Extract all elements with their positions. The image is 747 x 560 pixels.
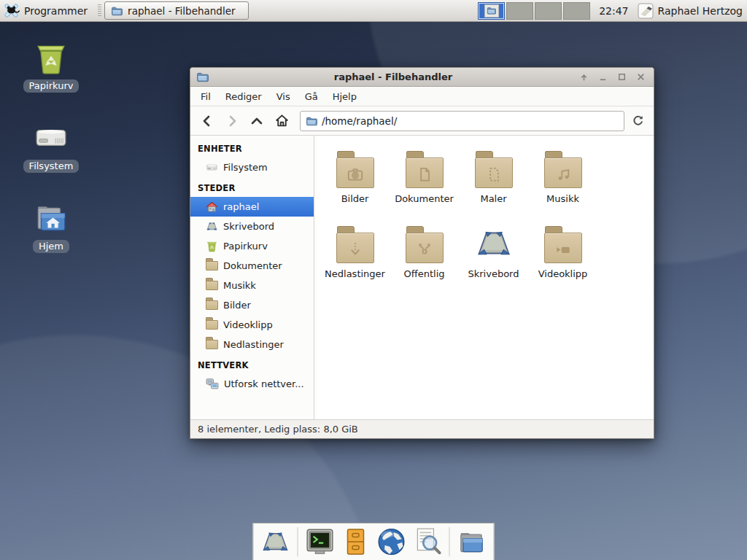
- location-bar[interactable]: [300, 111, 624, 131]
- sidebar-item-nedlastinger[interactable]: Nedlastinger: [190, 335, 314, 354]
- applications-menu-button[interactable]: Programmer: [0, 0, 95, 21]
- sidebar-item-label: Dokumenter: [223, 260, 282, 271]
- sidebar-item-skrivebord[interactable]: Skrivebord: [190, 217, 314, 236]
- sidebar-item-label: Videoklipp: [223, 319, 273, 330]
- window-title: raphael - Filbehandler: [209, 71, 578, 82]
- workspace-4[interactable]: [563, 2, 590, 20]
- titlebar[interactable]: raphael - Filbehandler: [190, 68, 654, 87]
- file-cabinet-launcher[interactable]: [341, 526, 371, 557]
- eraser-icon: [638, 3, 654, 19]
- clock: 22:47: [596, 5, 631, 17]
- file-tile-skrivebord[interactable]: Skrivebord: [459, 218, 528, 293]
- file-tile-nedlastinger[interactable]: Nedlastinger: [320, 218, 390, 293]
- close-button[interactable]: [635, 71, 646, 83]
- window-folder-icon: [111, 5, 123, 17]
- folder-icon: [206, 300, 218, 310]
- sidebar-item-label: Skrivebord: [223, 221, 274, 232]
- back-button[interactable]: [196, 111, 218, 131]
- desktop-icon: [206, 220, 218, 233]
- camera-emblem: [346, 165, 365, 184]
- search-files-launcher[interactable]: [412, 526, 443, 557]
- show-desktop-icon: [260, 526, 291, 558]
- file-tile-videoklipp[interactable]: Videoklipp: [528, 218, 597, 293]
- up-button[interactable]: [246, 111, 268, 131]
- desktop-icon-trash[interactable]: Papirkurv: [15, 39, 88, 93]
- statusbar: 8 ielementer, Ledig plass: 8,0 GiB: [190, 419, 654, 438]
- file-view[interactable]: Bilder Dokumenter: [314, 136, 654, 419]
- path-input[interactable]: [322, 115, 619, 127]
- file-cabinet-icon: [341, 527, 371, 556]
- session-actions-button[interactable]: Raphael Hertzog: [638, 3, 743, 19]
- sidebar-item-label: Musikk: [223, 280, 256, 291]
- drive-icon: [33, 120, 69, 156]
- file-label: Musikk: [546, 193, 579, 204]
- workspace-pager: [478, 2, 590, 20]
- file-tile-maler[interactable]: Maler: [459, 143, 528, 218]
- sidebar-item-musikk[interactable]: Musikk: [190, 276, 314, 295]
- sidebar-item-label: Nedlastinger: [223, 339, 284, 350]
- file-manager-launcher[interactable]: [457, 526, 487, 557]
- file-label: Skrivebord: [468, 268, 519, 279]
- taskbar-window-button[interactable]: raphael - Filbehandler: [104, 1, 249, 20]
- minimize-button[interactable]: [597, 71, 608, 83]
- menu-go[interactable]: Gå: [298, 88, 325, 105]
- desktop-surface-icon: [474, 224, 514, 263]
- maximize-button[interactable]: [616, 71, 627, 83]
- desktop-icon-home[interactable]: Hjem: [15, 200, 88, 253]
- menu-view[interactable]: Vis: [269, 88, 298, 105]
- sidebar-item-label: Bilder: [223, 300, 251, 311]
- file-tile-musikk[interactable]: Musikk: [528, 143, 597, 218]
- desktop-icon-filesystem[interactable]: Filsystem: [15, 120, 88, 173]
- file-tile-dokumenter[interactable]: Dokumenter: [390, 143, 459, 218]
- menu-edit[interactable]: Rediger: [218, 88, 269, 105]
- folder-icon: [336, 233, 374, 263]
- sidebar-section-network: NETTVERK: [190, 354, 314, 374]
- template-emblem: [484, 165, 503, 184]
- show-desktop-button[interactable]: [260, 526, 291, 557]
- workspace-3[interactable]: [535, 2, 562, 20]
- dock-separator: [298, 527, 298, 556]
- file-tile-bilder[interactable]: Bilder: [320, 143, 390, 218]
- sidebar-item-label: raphael: [223, 201, 259, 212]
- user-name: Raphael Hertzog: [658, 5, 743, 17]
- desktop-icon-label: Papirkurv: [23, 79, 80, 93]
- music-emblem: [554, 165, 573, 184]
- sidebar-item-raphael[interactable]: raphael: [190, 197, 314, 217]
- menu-file[interactable]: Fil: [193, 88, 218, 105]
- file-label: Bilder: [341, 193, 369, 204]
- file-tile-offentlig[interactable]: Offentlig: [390, 218, 459, 293]
- desktop-icon-label: Filsystem: [23, 160, 80, 173]
- sidebar-item-label: Filsystem: [223, 162, 268, 173]
- sidebar-item-videoklipp[interactable]: Videoklipp: [190, 315, 314, 335]
- reload-button[interactable]: [627, 111, 648, 131]
- desktop-icon-label: Hjem: [33, 240, 69, 253]
- sidebar-item-network-browse[interactable]: Utforsk nettver...: [190, 374, 314, 394]
- panel-right-area: 22:47 Raphael Hertzog: [478, 2, 747, 20]
- status-text: 8 ielementer, Ledig plass: 8,0 GiB: [198, 424, 358, 435]
- sidebar-item-dokumenter[interactable]: Dokumenter: [190, 256, 314, 276]
- path-folder-icon: [306, 115, 317, 127]
- web-browser-launcher[interactable]: [376, 526, 407, 557]
- workspace-2[interactable]: [506, 2, 533, 20]
- top-panel: Programmer raphael - Filbehandler 22:47: [0, 0, 747, 22]
- network-icon: [206, 378, 219, 391]
- applications-menu-label: Programmer: [24, 5, 88, 17]
- workspace-1[interactable]: [478, 2, 505, 20]
- dock-separator: [449, 527, 450, 556]
- sidebar-item-filsystem[interactable]: Filsystem: [190, 158, 314, 177]
- file-label: Maler: [480, 193, 506, 204]
- home-folder-icon: [33, 200, 69, 236]
- desktop: Programmer raphael - Filbehandler 22:47: [0, 0, 747, 560]
- video-emblem: [554, 240, 573, 259]
- document-emblem: [415, 165, 434, 184]
- shade-button[interactable]: [578, 71, 589, 83]
- forward-button[interactable]: [221, 111, 243, 131]
- taskbar-window-label: raphael - Filbehandler: [128, 5, 235, 17]
- sidebar-item-papirkurv[interactable]: Papirkurv: [190, 236, 314, 256]
- sidebar-section-devices: ENHETER: [190, 138, 314, 158]
- terminal-launcher[interactable]: [305, 526, 336, 557]
- menu-help[interactable]: Hjelp: [325, 88, 364, 105]
- drive-icon: [206, 161, 218, 174]
- sidebar-item-bilder[interactable]: Bilder: [190, 295, 314, 315]
- home-button[interactable]: [271, 111, 293, 131]
